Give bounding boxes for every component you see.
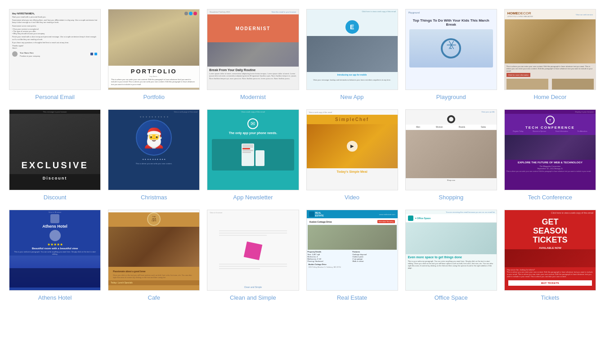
template-video[interactable]: View a web copy of the email SimpleChef …: [306, 109, 398, 201]
template-tech-conference[interactable]: Display in your browser T TECH CONFERENC…: [504, 109, 596, 201]
template-home-decor[interactable]: HOMEDECOR LIFESTYLE LIVING MAGAZINE View…: [504, 9, 596, 100]
template-portfolio[interactable]: PORTFOLIO hey there... This is where you…: [108, 9, 200, 100]
template-clean-simple[interactable]: View in browser Clean and Simple: [207, 210, 299, 301]
template-new-app-label: New App: [341, 94, 364, 100]
template-tech-conference-label: Tech Conference: [528, 194, 572, 201]
template-home-decor-label: Home Decor: [533, 94, 566, 100]
template-athens[interactable]: View in Browser Athens Hotel ★★★★★ Beaut…: [9, 210, 101, 301]
template-playground[interactable]: Playground Top Things To Do With Your Ki…: [405, 9, 497, 100]
template-christmas-label: Christmas: [141, 194, 167, 201]
template-shopping[interactable]: View your profile Men Women Brands Sales…: [405, 109, 497, 201]
template-grid: Hey %FIRSTNAME%, Start your email with a…: [9, 9, 596, 301]
template-athens-label: Athens Hotel: [38, 294, 72, 301]
template-discount[interactable]: This message is your browser EXCLUSIVE D…: [9, 109, 101, 201]
template-cafe[interactable]: THEJAVACAFE Passionate about a good brew…: [108, 210, 200, 301]
template-modernist-label: Modernist: [240, 94, 266, 100]
template-app-newsletter-label: App Newsletter: [233, 194, 273, 201]
template-christmas[interactable]: View a web page of this email ✦ ✦ ✦ ✦ ✦ …: [108, 109, 200, 201]
template-video-label: Video: [345, 194, 359, 201]
template-real-estate[interactable]: REAL ESTATE www.realestate.com Avalon Co…: [306, 210, 398, 301]
template-playground-label: Playground: [436, 94, 466, 100]
template-portfolio-label: Portfolio: [143, 94, 165, 100]
template-modernist[interactable]: Newsletter Feb/July 2015 View this email…: [207, 9, 299, 100]
template-app-newsletter[interactable]: View a web copy of this email ✉ The only…: [207, 109, 299, 201]
template-office-space-label: Office Space: [435, 294, 468, 301]
template-new-app[interactable]: Click here to view a web copy of this em…: [306, 9, 398, 100]
template-tickets-label: Tickets: [541, 294, 560, 301]
template-clean-simple-label: Clean and Simple: [230, 294, 276, 301]
template-personal-email-label: Personal Email: [35, 94, 74, 100]
template-shopping-label: Shopping: [439, 194, 463, 201]
template-discount-label: Discount: [44, 194, 67, 201]
template-tickets[interactable]: Click here to view a web copy of this em…: [504, 210, 596, 301]
template-office-space[interactable]: You are receiving this email because you…: [405, 210, 497, 301]
template-real-estate-label: Real Estate: [337, 294, 367, 301]
template-personal-email[interactable]: Hey %FIRSTNAME%, Start your email with a…: [9, 9, 101, 100]
template-cafe-label: Cafe: [148, 294, 160, 301]
